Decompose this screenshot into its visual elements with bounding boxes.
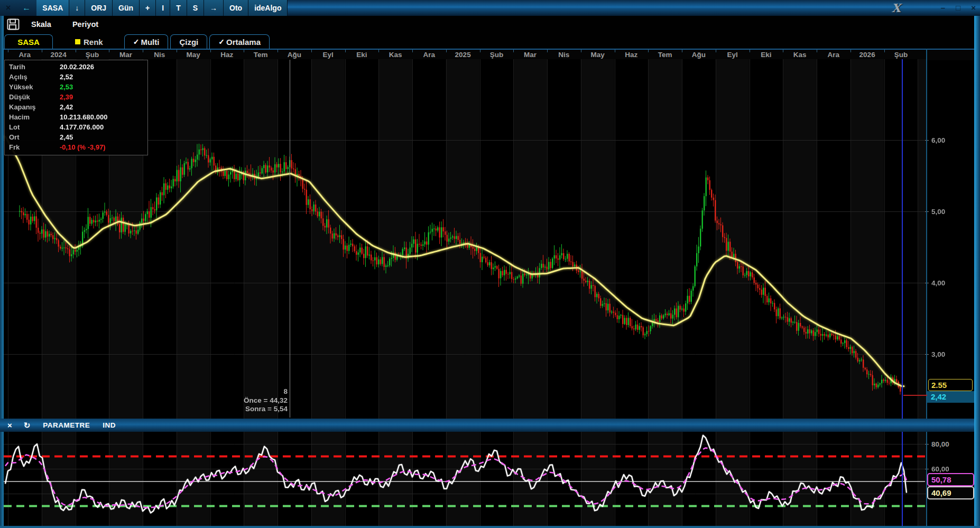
time-axis-label: Şub (490, 51, 504, 59)
minimize-button[interactable]: – (941, 0, 945, 16)
time-axis-tick (378, 50, 379, 52)
indicator-ind-button[interactable]: IND (103, 421, 116, 429)
ma-value-box: 2.55 (928, 379, 973, 391)
time-axis-tick (513, 50, 514, 52)
close-button[interactable]: × (971, 0, 976, 16)
rsi-value-box: 40,69 (927, 486, 974, 499)
tab-ortalama-label: Ortalama (226, 38, 261, 47)
info-value: 2,53 (60, 83, 73, 93)
rsi-indicator-canvas[interactable] (4, 432, 926, 526)
plus-button[interactable]: + (140, 0, 156, 16)
time-axis-tick (547, 50, 548, 52)
idealgo-button[interactable]: ideAlgo (248, 0, 288, 16)
info-row-yuksek: Yüksek2,53 (9, 83, 73, 93)
close-left-button[interactable]: × (0, 0, 16, 16)
indicator-parametre-button[interactable]: PARAMETRE (43, 421, 90, 429)
t-button[interactable]: T (170, 0, 187, 16)
time-axis-label: 2024 (51, 51, 67, 59)
time-axis-label: Mar (119, 51, 132, 59)
info-label: Yüksek (9, 83, 60, 93)
info-row-lot: Lot4.177.076.000 (9, 123, 104, 133)
time-axis-tick (76, 50, 76, 52)
time-axis[interactable]: Ara2024ŞubMarNisMayHazTemAğuEylEkiKasAra… (4, 49, 974, 60)
time-axis-tick (244, 50, 244, 52)
split-annotation: 8 Önce = 44,32 Sonra = 5,54 (211, 387, 288, 414)
price-tick-label: 6,00 (931, 136, 945, 144)
indicator-header: × ↻ PARAMETRE IND (0, 419, 974, 432)
tab-cizgi[interactable]: Çizgi (170, 34, 207, 49)
titlebar-toolbar: ×←SASA↓ORJGün+ITS→OtoideAlgo (0, 0, 282, 16)
time-axis-tick (648, 50, 649, 52)
info-value: 2,42 (60, 103, 73, 113)
time-axis-tick (750, 50, 750, 52)
time-axis-tick (884, 50, 885, 52)
menu-skala[interactable]: Skala (31, 20, 51, 29)
s-button[interactable]: S (187, 0, 204, 16)
maximize-button[interactable]: □ (956, 0, 960, 16)
time-axis-tick (716, 50, 716, 52)
time-axis-label: 2026 (859, 51, 875, 59)
time-axis-label: May (590, 51, 604, 59)
time-axis-label: 2025 (455, 51, 471, 59)
menubar: Skala Periyot (4, 16, 974, 33)
indicator-close-icon[interactable]: × (7, 421, 12, 430)
app-x-logo: X (892, 1, 901, 15)
time-axis-label: Haz (625, 51, 637, 59)
time-axis-tick (210, 50, 211, 52)
time-axis-label: Nis (154, 51, 165, 59)
time-axis-label: Eyl (727, 51, 737, 59)
time-axis-label: Ara (423, 51, 436, 59)
info-value: 2,39 (60, 93, 73, 103)
time-axis-tick (480, 50, 480, 52)
time-axis-label: Tem (254, 51, 268, 59)
chart-window: ×←SASA↓ORJGün+ITS→OtoideAlgo X – □ × Ska… (0, 0, 980, 528)
info-label: Kapanış (9, 103, 60, 113)
time-axis-tick (783, 50, 783, 52)
oto-button[interactable]: Oto (224, 0, 248, 16)
period-gun-button[interactable]: Gün (113, 0, 140, 16)
price-tick-label: 5,00 (931, 208, 945, 216)
info-row-ort: Ort2,45 (9, 133, 73, 143)
time-axis-label: Ara (19, 51, 31, 59)
split-before-value: Önce = 44,32 (211, 396, 288, 405)
back-arrow-button[interactable]: ← (16, 0, 36, 16)
time-axis-tick (278, 50, 278, 52)
time-axis-tick (850, 50, 851, 52)
time-axis-label: Şub (86, 51, 99, 59)
time-axis-tick (412, 50, 413, 52)
crosshair-line (290, 60, 290, 418)
symbol-button[interactable]: SASA (36, 0, 69, 16)
info-label: Lot (9, 123, 60, 133)
split-after-value: Sonra = 5,54 (211, 405, 288, 414)
time-axis-tick (817, 50, 817, 52)
time-axis-label: Tem (658, 51, 672, 59)
time-axis-label: Haz (220, 51, 233, 59)
time-axis-tick (8, 50, 8, 52)
current-bar-line-main (902, 59, 903, 419)
menu-periyot[interactable]: Periyot (72, 20, 98, 29)
tab-symbol-sasa[interactable]: SASA (4, 34, 53, 49)
save-icon[interactable] (7, 18, 20, 30)
info-label: Tarih (9, 63, 60, 73)
time-axis-tick (345, 50, 346, 52)
time-axis-label: Mar (524, 51, 537, 59)
check-icon: ✓ (133, 38, 140, 46)
down-arrow-button[interactable]: ↓ (69, 0, 85, 16)
info-row-acilis: Açılış2,52 (9, 73, 73, 83)
time-axis-tick (143, 50, 143, 52)
i-button[interactable]: I (156, 0, 170, 16)
info-label: Düşük (9, 93, 60, 103)
window-border-left (0, 16, 4, 528)
orj-button[interactable]: ORJ (85, 0, 113, 16)
info-value: 2,52 (60, 73, 73, 83)
color-swatch-icon (75, 39, 80, 44)
tab-multi[interactable]: ✓ Multi (124, 34, 169, 49)
renk-control[interactable]: Renk (68, 35, 110, 49)
info-value: 10.213.680.000 (60, 113, 107, 123)
window-border-right (974, 16, 980, 528)
forward-arrow-button[interactable]: → (204, 0, 224, 16)
indicator-refresh-icon[interactable]: ↻ (24, 421, 31, 430)
plot-right-border (926, 49, 927, 526)
tab-ortalama[interactable]: ✓ Ortalama (209, 34, 270, 49)
info-value: 2,45 (60, 133, 73, 143)
